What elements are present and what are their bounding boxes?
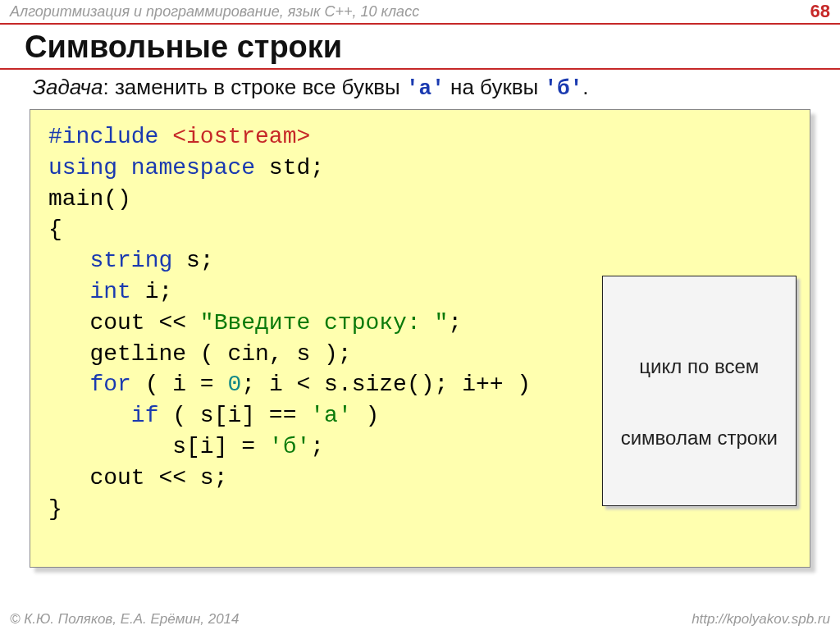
code-int: int [89, 279, 130, 304]
code-pad-9 [48, 372, 89, 397]
code-char-b: 'б' [269, 434, 310, 459]
code-box: #include <iostream> using namespace std;… [30, 109, 810, 568]
char-b: 'б' [545, 76, 583, 101]
title-bar: Символьные строки [0, 23, 840, 70]
footer-url: http://kpolyakov.spb.ru [692, 611, 830, 628]
task-text-3: . [582, 75, 588, 99]
code-char-a: 'а' [310, 403, 351, 428]
code-brace-close: } [48, 496, 62, 522]
code-string-lit: "Введите строку: " [200, 310, 448, 336]
code-s: s; [172, 248, 213, 273]
page-number: 68 [810, 1, 830, 22]
code-cout1c: ; [448, 310, 462, 336]
code-for: for [89, 372, 130, 397]
code-std: std; [255, 155, 324, 180]
code-if-c: ) [352, 403, 380, 428]
task-text-1: : заменить в строке все буквы [103, 75, 406, 99]
callout-line-2: символам строки [621, 427, 778, 450]
char-a: 'а' [406, 76, 445, 101]
code-pad-6 [48, 279, 89, 304]
code-assign-c: ; [310, 434, 324, 459]
code-pad-10 [48, 403, 131, 428]
footer-bar: © К.Ю. Поляков, Е.А. Ерёмин, 2014 http:/… [0, 609, 840, 630]
code-main: main() [48, 186, 131, 212]
task-label: Задача [33, 75, 103, 99]
code-for-c: ; i < s.size(); i++ ) [241, 372, 531, 397]
task-line: Задача: заменить в строке все буквы 'а' … [0, 70, 840, 104]
header-bar: Алгоритмизация и программирование, язык … [0, 0, 840, 23]
slide-title: Символьные строки [25, 30, 815, 65]
code-zero: 0 [227, 372, 241, 397]
course-label: Алгоритмизация и программирование, язык … [10, 3, 419, 21]
task-text-2: на буквы [445, 75, 545, 99]
callout-line-1: цикл по всем [621, 355, 778, 379]
code-string: string [89, 248, 172, 273]
code-pad-5 [48, 248, 89, 273]
code-if: if [131, 403, 159, 428]
code-i: i; [131, 279, 172, 304]
code-cout2: cout << s; [48, 465, 227, 491]
code-iostream: <iostream> [172, 124, 310, 149]
code-cout1a: cout << [48, 310, 200, 336]
code-for-b: ( i = [131, 372, 228, 397]
callout-box: цикл по всем символам строки [602, 276, 797, 506]
code-if-b: ( s[i] == [158, 403, 310, 428]
footer-authors: © К.Ю. Поляков, Е.А. Ерёмин, 2014 [10, 611, 240, 628]
code-getline: getline ( cin, s ); [48, 341, 352, 367]
code-include: #include [48, 124, 172, 149]
code-using: using namespace [48, 155, 255, 180]
code-brace-open: { [48, 217, 62, 242]
code-assign-a: s[i] = [48, 434, 269, 459]
